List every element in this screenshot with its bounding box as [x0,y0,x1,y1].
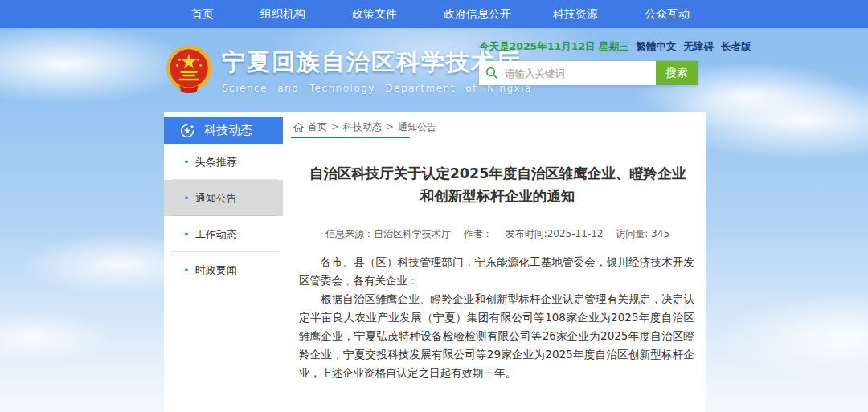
nav-item-interaction[interactable]: 公众互动 [645,7,690,22]
search-input[interactable] [505,61,656,85]
article-paragraph: 根据自治区雏鹰企业、瞪羚企业和创新型标杆企业认定管理有关规定，决定认定半亩良人农… [299,290,694,382]
breadcrumb-separator: > [386,121,394,133]
content-wrapper: 科技动态 • 头条推荐 • 通知公告 • 工作动态 • 时政要闻 [164,112,706,412]
article-column: 首页 > 科技动态 > 通知公告 自治区科技厅关于认定2025年度自治区雏鹰企业… [289,117,706,412]
sidebar-item-politics-news[interactable]: • 时政要闻 [164,252,283,288]
nav-item-policy[interactable]: 政策文件 [352,7,397,22]
dynamic-star-icon [180,124,194,138]
today-date: 今天是2025年11月12日 星期三 [479,40,628,54]
sidebar-item-headline[interactable]: • 头条推荐 [164,144,283,180]
quick-links: 繁體中文 无障碍 长者版 [628,40,751,54]
sidebar-item-label: 头条推荐 [195,155,237,169]
article-title-line1: 自治区科技厅关于认定2025年度自治区雏鹰企业、瞪羚企业 [289,162,706,185]
meta-visit-count: 访问量: 345 [616,228,669,239]
search-button[interactable]: 搜索 [656,61,698,85]
nav-item-resources[interactable]: 科技资源 [553,7,598,22]
nav-item-home[interactable]: 首页 [191,7,214,22]
top-navigation: 首页 组织机构 政策文件 政府信息公开 科技资源 公众互动 [0,0,868,28]
link-elder-version[interactable]: 长者版 [721,40,751,54]
bullet-icon: • [183,264,190,276]
link-accessibility[interactable]: 无障碍 [683,40,714,54]
breadcrumb: 首页 > 科技动态 > 通知公告 [289,117,706,137]
article-body: 各市、县（区）科技管理部门，宁东能源化工基地管委会，银川经济技术开发区管委会，各… [289,253,706,382]
breadcrumb-separator: > [331,121,339,133]
sidebar-item-label: 工作动态 [195,227,237,242]
breadcrumb-tech-dynamics[interactable]: 科技动态 [343,120,382,134]
national-emblem-icon [164,44,214,96]
meta-publish-time: 发布时间:2025-11-12 [506,228,604,239]
site-brand[interactable]: 宁夏回族自治区科学技术厅 Science and Technology Depa… [164,44,532,96]
meta-source: 信息来源：自治区科学技术厅 [326,228,451,239]
sidebar-item-label: 通知公告 [195,191,237,206]
meta-author: 作者： [464,228,493,239]
nav-item-gov-info[interactable]: 政府信息公开 [444,7,511,22]
bullet-icon: • [183,156,190,168]
sidebar-item-work-dynamics[interactable]: • 工作动态 [164,216,283,252]
sidebar-title: 科技动态 [204,123,252,138]
article-paragraph: 各市、县（区）科技管理部门，宁东能源化工基地管委会，银川经济技术开发区管委会，各… [299,253,694,290]
home-icon [293,122,304,133]
search-bar: 搜索 [479,61,698,85]
bullet-icon: • [183,192,190,204]
header-right: 今天是2025年11月12日 星期三 繁體中文 无障碍 长者版 搜索 [479,40,698,85]
bullet-icon: • [183,228,190,240]
sidebar-item-notices[interactable]: • 通知公告 [164,180,283,216]
nav-item-organization[interactable]: 组织机构 [260,7,305,22]
link-traditional-chinese[interactable]: 繁體中文 [636,40,676,54]
site-header: 宁夏回族自治区科学技术厅 Science and Technology Depa… [164,28,706,112]
sidebar-header: 科技动态 [164,117,283,144]
sidebar-item-label: 时政要闻 [195,263,237,278]
breadcrumb-divider [289,137,706,138]
article-meta: 信息来源：自治区科学技术厅 作者： 发布时间:2025-11-12 访问量: 3… [289,227,706,241]
search-icon [479,61,505,85]
article-title-line2: 和创新型标杆企业的通知 [289,185,706,207]
sidebar-menu: • 头条推荐 • 通知公告 • 工作动态 • 时政要闻 [164,144,283,288]
sidebar: 科技动态 • 头条推荐 • 通知公告 • 工作动态 • 时政要闻 [164,117,283,288]
breadcrumb-home[interactable]: 首页 [308,120,327,134]
breadcrumb-notices[interactable]: 通知公告 [398,120,436,134]
article-title: 自治区科技厅关于认定2025年度自治区雏鹰企业、瞪羚企业 和创新型标杆企业的通知 [289,162,706,207]
